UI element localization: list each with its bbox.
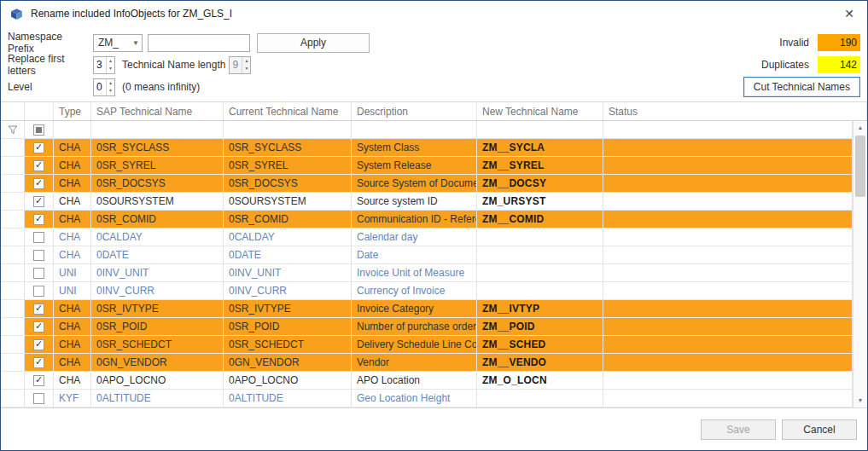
row-checkbox[interactable] <box>33 286 44 297</box>
row-checkbox-cell <box>25 246 54 263</box>
cell-status <box>603 336 853 353</box>
close-icon[interactable]: ✕ <box>840 7 859 20</box>
row-checkbox[interactable] <box>33 178 44 189</box>
scroll-down-icon[interactable]: ▼ <box>853 394 867 408</box>
row-checkbox[interactable] <box>33 304 44 315</box>
cut-technical-names-button[interactable]: Cut Technical Names <box>743 77 860 97</box>
row-checkbox[interactable] <box>33 160 44 171</box>
cell-new-name <box>477 264 603 281</box>
level-stepper[interactable]: ▲▼ <box>93 78 115 96</box>
row-checkbox[interactable] <box>33 214 44 225</box>
table-row[interactable]: CHA 0SR_DOCSYS 0SR_DOCSYS Source System … <box>1 175 853 193</box>
invalid-label: Invalid <box>779 37 809 49</box>
stepper-buttons: ▲▼ <box>242 57 250 73</box>
filter-row <box>1 121 853 139</box>
filter-current-name-cell[interactable] <box>224 121 352 138</box>
row-checkbox[interactable] <box>33 357 44 368</box>
stepper-buttons[interactable]: ▲▼ <box>106 57 114 73</box>
table-row[interactable]: CHA 0DATE 0DATE Date <box>1 246 853 264</box>
form-line-replace: Replace first letters ▲▼ Technical Name … <box>8 55 860 74</box>
row-indicator-cell <box>1 318 25 335</box>
row-checkbox[interactable] <box>33 268 44 279</box>
header-type[interactable]: Type <box>54 102 91 120</box>
spin-down-icon[interactable]: ▼ <box>107 87 114 95</box>
cell-sap-name: 0CALDAY <box>91 228 224 246</box>
row-checkbox[interactable] <box>33 339 44 350</box>
table-row[interactable]: UNI 0INV_UNIT 0INV_UNIT Invoice Unit of … <box>1 264 853 282</box>
technical-name-length-label: Technical Name length <box>122 59 225 71</box>
header-description[interactable]: Description <box>352 102 477 120</box>
header-status[interactable]: Status <box>603 102 867 120</box>
cell-current-name: 0SR_POID <box>224 318 352 335</box>
table-row[interactable]: CHA 0SOURSYSTEM 0SOURSYSTEM Source syste… <box>1 193 853 211</box>
filter-sap-name-cell[interactable] <box>91 121 224 138</box>
cancel-button[interactable]: Cancel <box>782 419 857 440</box>
cell-description: Number of purchase order <box>352 318 477 335</box>
namespace-prefix-combobox[interactable]: ZM_ ▼ <box>93 34 143 52</box>
scrollbar-thumb[interactable] <box>855 136 865 197</box>
cell-type: UNI <box>54 264 91 281</box>
table-row[interactable]: CHA 0SR_SCHEDCT 0SR_SCHEDCT Delivery Sch… <box>1 336 853 354</box>
row-checkbox[interactable] <box>33 393 44 404</box>
filter-indicator-cell <box>1 121 25 138</box>
row-checkbox[interactable] <box>33 142 44 153</box>
cell-type: CHA <box>54 193 91 210</box>
table-row[interactable]: CHA 0SR_SYREL 0SR_SYREL System Release Z… <box>1 157 853 175</box>
cell-current-name: 0SR_SCHEDCT <box>224 336 352 353</box>
cell-current-name: 0INV_CURR <box>224 282 352 299</box>
row-checkbox[interactable] <box>33 232 44 243</box>
cell-type: CHA <box>54 228 91 246</box>
spin-down-icon[interactable]: ▼ <box>107 65 114 73</box>
stepper-buttons[interactable]: ▲▼ <box>106 79 114 95</box>
row-indicator-cell <box>1 139 25 156</box>
cell-current-name: 0APO_LOCNO <box>224 372 352 389</box>
scroll-up-icon[interactable]: ▲ <box>853 121 867 135</box>
cell-status <box>603 300 853 317</box>
header-current-technical-name[interactable]: Current Technical Name <box>224 102 352 120</box>
row-checkbox-cell <box>25 336 54 353</box>
footer-bar: Save Cancel <box>1 408 867 440</box>
cell-new-name <box>477 282 603 299</box>
filter-status-cell[interactable] <box>603 121 853 138</box>
cell-sap-name: 0ALTITUDE <box>91 390 224 407</box>
technical-name-length-value <box>230 57 242 73</box>
select-all-checkbox[interactable] <box>33 124 44 136</box>
table-row[interactable]: CHA 0CALDAY 0CALDAY Calendar day <box>1 228 853 246</box>
table-row[interactable]: CHA 0GN_VENDOR 0GN_VENDOR Vendor ZM__VEN… <box>1 354 853 372</box>
cell-status <box>603 282 853 299</box>
table-row[interactable]: UNI 0INV_CURR 0INV_CURR Currency of Invo… <box>1 282 853 300</box>
filter-description-cell[interactable] <box>352 121 477 138</box>
namespace-suffix-input[interactable] <box>148 34 250 52</box>
row-checkbox[interactable] <box>33 250 44 261</box>
row-checkbox[interactable] <box>33 321 44 332</box>
table-row[interactable]: CHA 0APO_LOCNO 0APO_LOCNO APO Location Z… <box>1 372 853 390</box>
table-row[interactable]: KYF 0ALTITUDE 0ALTITUDE Geo Location Hei… <box>1 390 853 408</box>
replace-first-letters-stepper[interactable]: ▲▼ <box>93 56 115 74</box>
table-row[interactable]: CHA 0SR_COMID 0SR_COMID Communication ID… <box>1 211 853 228</box>
vertical-scrollbar[interactable]: ▲ ▼ <box>853 121 867 408</box>
table-row[interactable]: CHA 0SR_SYCLASS 0SR_SYCLASS System Class… <box>1 139 853 157</box>
replace-first-letters-value[interactable] <box>94 57 106 73</box>
header-new-technical-name[interactable]: New Technical Name <box>477 102 603 120</box>
apply-button[interactable]: Apply <box>257 33 370 53</box>
spin-up-icon[interactable]: ▲ <box>107 79 114 88</box>
filter-new-name-cell[interactable] <box>477 121 603 138</box>
cell-status <box>603 264 853 281</box>
header-sap-technical-name[interactable]: SAP Technical Name <box>91 102 224 120</box>
row-checkbox-cell <box>25 354 54 371</box>
spin-up-icon[interactable]: ▲ <box>107 57 114 66</box>
save-button[interactable]: Save <box>701 419 776 440</box>
level-value[interactable] <box>94 79 106 95</box>
cell-current-name: 0SR_SYREL <box>224 157 352 174</box>
filter-type-cell[interactable] <box>54 121 91 138</box>
cell-status <box>603 372 853 389</box>
table-row[interactable]: CHA 0SR_IVTYPE 0SR_IVTYPE Invoice Catego… <box>1 300 853 318</box>
row-indicator-cell <box>1 354 25 371</box>
cell-new-name: ZM_O_LOCN <box>477 372 603 389</box>
cell-new-name: ZM__SCHED <box>477 336 603 353</box>
cell-description: Source System of Document <box>352 175 477 192</box>
table-row[interactable]: CHA 0SR_POID 0SR_POID Number of purchase… <box>1 318 853 336</box>
chevron-down-icon[interactable]: ▼ <box>132 39 139 47</box>
row-checkbox[interactable] <box>33 375 44 386</box>
row-checkbox[interactable] <box>33 196 44 207</box>
